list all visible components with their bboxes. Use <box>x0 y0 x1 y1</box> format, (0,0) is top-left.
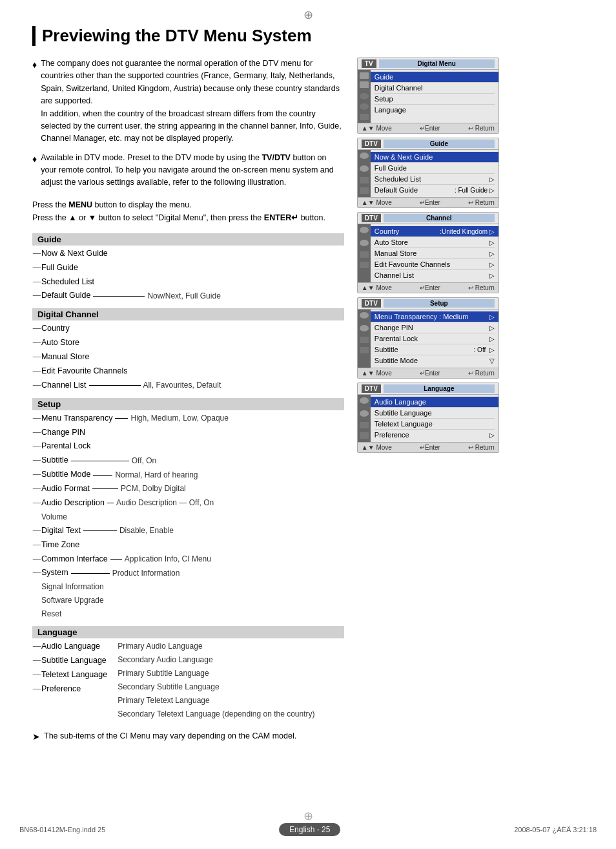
tv-panel-row: Subtitle : Off ▷ <box>375 344 495 355</box>
panel-title: Language <box>384 384 495 393</box>
tree-item: — Audio Language <box>32 640 107 654</box>
panel-title: Channel <box>384 214 495 222</box>
footer-enter: ↵Enter <box>420 284 440 291</box>
bottom-note: ➤ The sub-items of the CI Menu may vary … <box>32 731 344 742</box>
bullet-text-2: Available in DTV mode. Preset to the DTV… <box>41 152 344 189</box>
tv-panel-body-wrapper: Audio Language Subtitle Language Teletex… <box>358 395 498 442</box>
arrow-label: Audio Description — Off, On <box>116 496 214 510</box>
left-column: ♦ The company does not guarantee the nor… <box>32 58 344 742</box>
arrow-label: Secondary Subtitle Language <box>118 680 314 694</box>
tv-icon <box>360 114 369 120</box>
menu-item-label: Auto Store <box>41 336 79 350</box>
page-title: Previewing the DTV Menu System <box>42 26 584 46</box>
tree-item: — Manual Store <box>32 350 344 364</box>
tree-item: — Country <box>32 322 344 336</box>
tree-item: — Subtitle Mode Normal, Hard of hearing <box>32 468 344 482</box>
footer-enter: ↵Enter <box>420 125 440 132</box>
footer-return: ↩ Return <box>468 444 495 451</box>
tree-prefix: — <box>32 322 41 336</box>
copyright-symbol-top: ⊕ <box>303 8 313 22</box>
menu-item-label: Country <box>41 322 70 336</box>
row-value: :United Kingdom ▷ <box>440 228 495 235</box>
tree-item: — Digital Text Disable, Enable <box>32 524 344 538</box>
tv-icon <box>360 312 369 319</box>
tv-panel-footer: ▲▼ Move ↵Enter ↩ Return <box>358 442 498 452</box>
note-arrow-icon: ➤ <box>32 731 40 742</box>
tv-panel-body: Now & Next Guide Full Guide Scheduled Li… <box>371 150 498 197</box>
language-content: — Audio Language — Subtitle Language — T… <box>32 640 344 721</box>
tv-panel-header: DTV Setup <box>358 298 498 309</box>
tv-panel-row: Preference ▷ <box>375 430 495 440</box>
footer-return: ↩ Return <box>468 284 495 291</box>
tv-arrow: ▷ <box>489 335 495 342</box>
row-label: Parental Lock <box>375 335 418 342</box>
row-label: Preference <box>375 431 409 439</box>
tree-item: — Full Guide <box>32 261 344 275</box>
tv-icon <box>360 165 369 172</box>
connector-line <box>71 461 129 461</box>
tree-prefix: — <box>32 468 41 482</box>
tv-arrow: ▷ <box>489 250 495 257</box>
menu-item-label: Audio Format <box>41 482 90 496</box>
footer-return: ↩ Return <box>468 125 495 132</box>
tree-prefix: — <box>32 654 41 668</box>
tv-icon <box>360 410 369 417</box>
footer-move: ▲▼ Move <box>362 444 392 451</box>
tv-icon <box>360 251 369 258</box>
row-label: Menu Transparency : Medium <box>375 313 469 320</box>
tv-label: DTV <box>362 299 381 308</box>
tv-icon <box>360 81 369 88</box>
arrow-label: Signal Information <box>41 580 104 594</box>
row-label: Manual Store <box>375 249 416 257</box>
menu-group-guide: Guide — Now & Next Guide — Full Guide — … <box>32 233 344 304</box>
tv-panel-channel: DTV Channel Country :United Kingdom ▷ <box>357 212 499 293</box>
arrow-label: Volume <box>41 510 67 524</box>
tree-prefix: — <box>32 524 41 538</box>
instructions: Press the MENU button to display the men… <box>32 198 344 224</box>
footer-enter: ↵Enter <box>420 370 440 377</box>
tv-panel-setup: DTV Setup Menu Transparency : Medium ▷ <box>357 297 499 379</box>
tv-icon <box>360 337 369 343</box>
arrow-label: Off, On <box>132 454 156 468</box>
tv-icons-left <box>358 70 371 123</box>
row-label: Subtitle <box>375 346 398 353</box>
tv-label: DTV <box>362 214 381 222</box>
menu-group-language: Language — Audio Language — Subtitle Lan… <box>32 626 344 721</box>
tv-panel-body: Menu Transparency : Medium ▷ Change PIN … <box>371 309 498 368</box>
copyright-symbol-bottom: ⊕ <box>303 809 313 823</box>
tree-item: — Audio Format PCM, Dolby Digital <box>32 482 344 496</box>
page-header: Previewing the DTV Menu System <box>32 26 584 46</box>
footer-right: 2008-05-07 ¿ÀÈÄ 3:21:18 <box>514 826 597 833</box>
arrow-label: Reset <box>41 607 61 621</box>
tv-icon <box>360 422 369 428</box>
connector-line <box>71 573 110 574</box>
menu-group-digital-channel: Digital Channel — Country — Auto Store —… <box>32 308 344 392</box>
menu-item-label: Time Zone <box>41 538 79 552</box>
tree-item: — Common Interface Application Info, CI … <box>32 552 344 567</box>
arrow-label: Primary Audio Language <box>118 640 314 653</box>
tv-label: TV <box>362 59 376 68</box>
tree-item: — Now & Next Guide <box>32 247 344 261</box>
row-label: Channel List <box>375 271 414 279</box>
menu-item-label: Change PIN <box>41 426 85 440</box>
tv-icon <box>360 152 369 159</box>
row-label: Auto Store <box>375 238 408 246</box>
row-label: Audio Language <box>375 398 426 406</box>
tv-icon <box>360 240 369 246</box>
arrow-label: Application Info, CI Menu <box>125 552 211 566</box>
tv-panel-guide: DTV Guide Now & Next Guide <box>357 138 499 208</box>
row-label: Language <box>375 106 406 114</box>
bottom-note-text: The sub-items of the CI Menu may vary de… <box>44 731 296 740</box>
tv-arrow: ▽ <box>489 357 495 364</box>
tree-item: — Edit Favourite Channels <box>32 364 344 379</box>
menu-item-label: Menu Transparency <box>41 412 112 426</box>
tree-prefix: — <box>32 247 41 261</box>
row-label: Edit Favourite Channels <box>375 260 450 268</box>
menu-item-label: Manual Store <box>41 350 89 364</box>
tv-panel-body: Country :United Kingdom ▷ Auto Store ▷ M… <box>371 224 498 282</box>
menu-header-guide: Guide <box>32 233 344 246</box>
menu-item-label: Audio Language <box>41 640 100 654</box>
tree-prefix: — <box>32 364 41 379</box>
tree-prefix: — <box>32 261 41 275</box>
menu-header-language: Language <box>32 626 344 638</box>
